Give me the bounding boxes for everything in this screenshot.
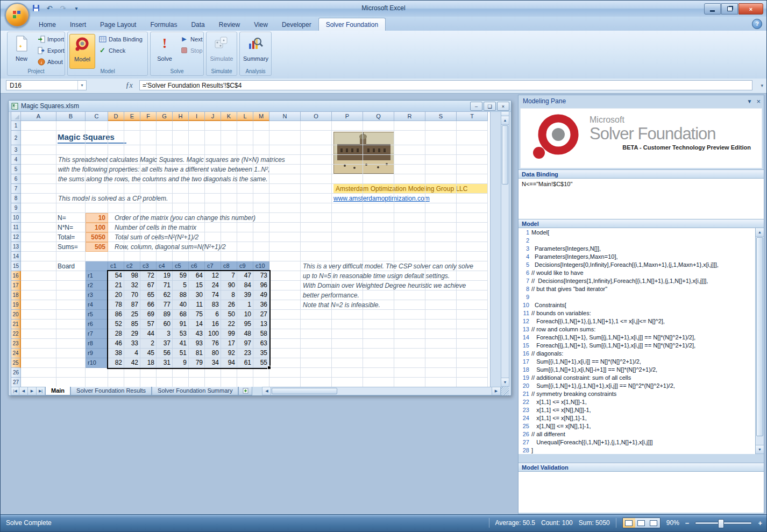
board-cell[interactable]: 15 [189, 281, 205, 290]
board-col-header[interactable]: c6 [189, 261, 205, 271]
board-cell[interactable]: 17 [221, 339, 237, 349]
board-cell[interactable]: 46 [108, 339, 124, 349]
solve-button[interactable]: ! Solve [152, 34, 177, 68]
board-cell[interactable]: 71 [157, 281, 173, 290]
board-cell[interactable]: 73 [253, 271, 269, 281]
row-header-8[interactable]: 8 [11, 194, 21, 203]
board-cell[interactable]: 54 [108, 271, 124, 281]
board-cell[interactable]: 63 [253, 339, 269, 349]
board-cell[interactable]: 64 [189, 271, 205, 281]
board-cell[interactable]: 50 [221, 310, 237, 320]
next-sheet-button[interactable]: ▶ [28, 387, 37, 395]
scroll-down-button[interactable]: ▼ [501, 378, 509, 386]
row-header-25[interactable]: 25 [11, 358, 21, 368]
ribbon-tab-data[interactable]: Data [184, 18, 211, 31]
board-cell[interactable]: 26 [221, 300, 237, 310]
minimize-button[interactable] [704, 3, 721, 15]
board-cell[interactable]: 79 [189, 358, 205, 368]
board-cell[interactable]: 27 [253, 310, 269, 320]
board-cell[interactable]: 16 [205, 320, 221, 329]
board-row-header[interactable]: r10 [86, 358, 108, 368]
name-box-dropdown-icon[interactable]: ▾ [77, 81, 86, 90]
board-cell[interactable]: 34 [205, 358, 221, 368]
board-cell[interactable]: 60 [157, 320, 173, 329]
board-cell[interactable]: 18 [140, 358, 157, 368]
board-cell[interactable]: 31 [157, 358, 173, 368]
new-button[interactable]: New [9, 34, 34, 68]
row-header-16[interactable]: 16 [11, 271, 21, 281]
board-col-header[interactable]: c4 [157, 261, 173, 271]
board-cell[interactable]: 8 [221, 290, 237, 300]
param-value-cell[interactable]: 10 [86, 213, 108, 223]
check-button[interactable]: ✓ Check [97, 45, 146, 56]
row-header-9[interactable]: 9 [11, 203, 21, 213]
param-value-cell[interactable]: 100 [86, 223, 108, 232]
zoom-level[interactable]: 90% [666, 519, 679, 527]
board-cell[interactable]: 6 [205, 310, 221, 320]
export-button[interactable]: Export [35, 45, 63, 56]
sheet-tab-solver-foundation-summary[interactable]: Solver Foundation Summary [152, 387, 238, 395]
model-code-editor[interactable]: 1Model[23 Parameters[Integers,N[]],4 Par… [519, 228, 755, 454]
board-cell[interactable]: 40 [173, 300, 189, 310]
board-cell[interactable]: 93 [189, 339, 205, 349]
ribbon-tab-formulas[interactable]: Formulas [143, 18, 184, 31]
select-all-corner[interactable] [11, 112, 21, 121]
board-cell[interactable]: 7 [221, 271, 237, 281]
board-cell[interactable]: 57 [140, 320, 157, 329]
board-row-header[interactable]: r1 [86, 271, 108, 281]
board-cell[interactable]: 66 [140, 300, 157, 310]
row-header-13[interactable]: 13 [11, 242, 21, 252]
board-cell[interactable]: 43 [189, 329, 205, 339]
window-resize-grip[interactable] [501, 387, 509, 395]
workbook-restore-button[interactable]: ❑ [484, 102, 496, 111]
board-col-header[interactable]: c2 [124, 261, 140, 271]
restore-button[interactable] [721, 3, 738, 15]
board-cell[interactable]: 20 [108, 290, 124, 300]
about-button[interactable]: i About [35, 56, 63, 67]
scroll-right-button[interactable]: ▶ [492, 387, 500, 395]
board-cell[interactable]: 62 [157, 290, 173, 300]
board-row-header[interactable]: r5 [86, 310, 108, 320]
board-cell[interactable]: 78 [108, 300, 124, 310]
vertical-scroll-thumb[interactable] [502, 125, 508, 185]
row-header-11[interactable]: 11 [11, 223, 21, 232]
board-cell[interactable]: 3 [157, 329, 173, 339]
ribbon-tab-developer[interactable]: Developer [275, 18, 318, 31]
board-cell[interactable]: 36 [253, 300, 269, 310]
row-header-10[interactable]: 10 [11, 213, 21, 223]
board-cell[interactable]: 14 [189, 320, 205, 329]
column-header-b[interactable]: B [56, 112, 86, 121]
page-layout-view-button[interactable] [635, 518, 648, 528]
board-cell[interactable]: 44 [140, 329, 157, 339]
row-header-14[interactable]: 14 [11, 252, 21, 261]
model-scroll-up-button[interactable]: ▲ [756, 228, 764, 237]
ribbon-tab-view[interactable]: View [247, 18, 275, 31]
last-sheet-button[interactable]: ▶| [37, 387, 45, 395]
workbook-minimize-button[interactable]: – [470, 102, 482, 111]
name-box[interactable]: D16 ▾ [6, 80, 87, 90]
board-cell[interactable]: 45 [140, 349, 157, 358]
column-header-f[interactable]: F [140, 112, 157, 121]
board-col-header[interactable]: c1 [108, 261, 124, 271]
board-cell[interactable]: 65 [140, 290, 157, 300]
board-cell[interactable]: 72 [140, 271, 157, 281]
board-cell[interactable]: 29 [124, 329, 140, 339]
formula-input[interactable]: ='Solver Foundation Results'!$C$4 [139, 80, 752, 90]
pane-menu-chevron-icon[interactable]: ▼ [747, 98, 752, 104]
column-header-t[interactable]: T [457, 112, 488, 121]
close-button[interactable]: × [738, 3, 763, 15]
formula-bar-expand-icon[interactable]: ▾ [761, 83, 763, 88]
board-cell[interactable]: 89 [157, 310, 173, 320]
board-cell[interactable]: 76 [205, 339, 221, 349]
import-button[interactable]: Import [35, 33, 63, 45]
board-row-header[interactable]: r6 [86, 320, 108, 329]
sheet-title-cell[interactable]: Magic Squares [58, 132, 126, 144]
board-cell[interactable]: 56 [157, 349, 173, 358]
board-cell[interactable]: 24 [205, 281, 221, 290]
org-website-link[interactable]: www.amsterdamoptimization.com [333, 195, 430, 202]
row-header-4[interactable]: 4 [11, 155, 21, 165]
board-cell[interactable]: 58 [253, 329, 269, 339]
board-cell[interactable]: 28 [108, 329, 124, 339]
page-break-view-button[interactable] [648, 518, 660, 528]
vertical-scrollbar[interactable]: ▲ ▼ [501, 111, 509, 387]
